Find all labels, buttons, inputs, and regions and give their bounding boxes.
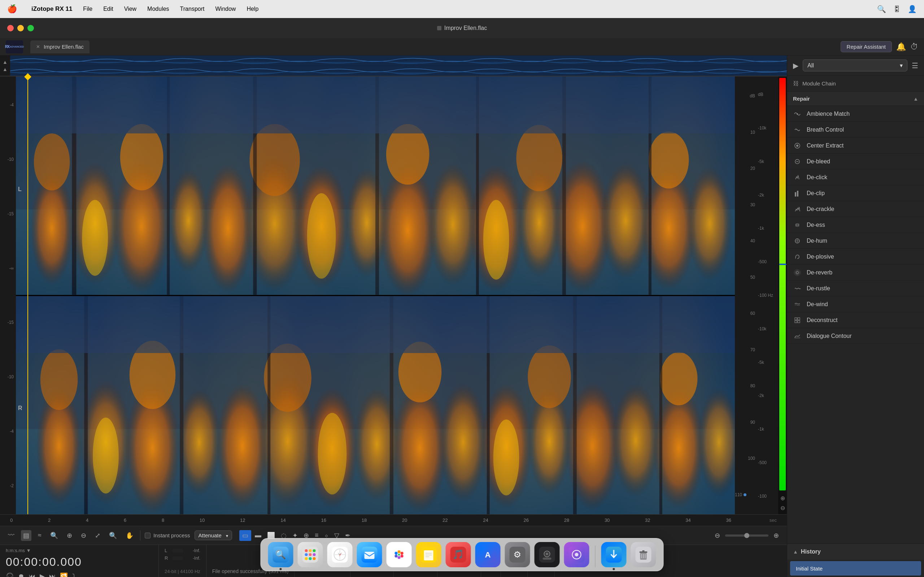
module-de-wind[interactable]: De-wind: [787, 297, 924, 312]
select-tool[interactable]: ▤: [21, 530, 31, 541]
time-6: 6: [124, 517, 126, 523]
time-20: 20: [402, 517, 407, 523]
dock-music[interactable]: 🎵: [446, 542, 471, 567]
zoom-slider-thumb[interactable]: [744, 533, 749, 538]
transport-controls: 🎧 ⏺ ⏮ ▶ ⏭ 🔁 ⤵: [6, 572, 153, 577]
menu-transport[interactable]: Transport: [180, 6, 205, 12]
initial-state-item[interactable]: Initial State: [790, 561, 921, 575]
module-deconstruct[interactable]: Deconstruct: [787, 312, 924, 328]
menu-view[interactable]: View: [124, 6, 136, 12]
svg-rect-37: [16, 76, 735, 134]
minimize-button[interactable]: [17, 25, 24, 31]
dock-finder[interactable]: 🔍: [268, 542, 294, 567]
loop-btn[interactable]: 🔁: [60, 572, 68, 577]
module-de-crackle[interactable]: De-crackle: [787, 201, 924, 217]
zoom-out-small[interactable]: ⊖: [712, 530, 722, 541]
dock-photos[interactable]: [386, 542, 412, 567]
next-btn[interactable]: ⏭: [49, 573, 56, 577]
search-tool[interactable]: 🔍: [107, 530, 119, 541]
module-de-ess[interactable]: De-ess: [787, 217, 924, 233]
time-format-arrow[interactable]: ▼: [26, 548, 31, 553]
time-select[interactable]: ≈: [36, 530, 44, 541]
panel-play-btn[interactable]: ▶: [793, 61, 798, 70]
prev-btn[interactable]: ⏮: [29, 573, 36, 577]
module-de-click[interactable]: De-click: [787, 169, 924, 185]
vu-meter-bar: [779, 78, 786, 490]
filter-dropdown[interactable]: All ▾: [803, 60, 908, 71]
headphones-btn[interactable]: 🎧: [6, 572, 14, 577]
metronome-icon[interactable]: ⏱: [910, 42, 918, 52]
module-dialogue-contour[interactable]: Dialogue Contour: [787, 328, 924, 344]
tab-file[interactable]: ✕ Improv Ellen.flac: [30, 40, 89, 53]
zoom-in-small[interactable]: ⊕: [771, 530, 781, 541]
apple-menu[interactable]: 🍎: [7, 4, 17, 14]
notifications-icon[interactable]: 🔔: [896, 42, 906, 52]
inpoint-btn[interactable]: ⤵: [72, 573, 76, 577]
waveform-icon[interactable]: 〰: [6, 530, 16, 541]
svg-point-95: [309, 549, 312, 552]
module-de-reverb[interactable]: De-reverb: [787, 265, 924, 280]
zoom-in-icon[interactable]: ⊕: [780, 495, 785, 501]
user-icon[interactable]: 👤: [908, 5, 917, 13]
center-extract-label: Center Extract: [807, 142, 843, 149]
repair-section[interactable]: Repair ▲: [787, 92, 924, 106]
zoom-out-tool[interactable]: ⊖: [79, 530, 89, 541]
collapse-btn-1[interactable]: ▲: [3, 60, 8, 64]
collapse-btn-2[interactable]: ▲: [3, 67, 8, 72]
menu-help[interactable]: Help: [247, 6, 258, 12]
module-breath-control[interactable]: Breath Control: [787, 122, 924, 138]
module-de-clip[interactable]: De-clip: [787, 185, 924, 201]
module-center-extract[interactable]: Center Extract: [787, 138, 924, 154]
zoom-tool[interactable]: 🔍: [48, 530, 60, 541]
module-ambience-match[interactable]: Ambience Match: [787, 106, 924, 122]
zoom-slider[interactable]: [725, 534, 769, 537]
zoom-fit[interactable]: ⤢: [93, 530, 102, 541]
close-button[interactable]: [7, 25, 14, 31]
module-de-rustle[interactable]: De-rustle: [787, 280, 924, 297]
tab-close-icon[interactable]: ✕: [36, 44, 40, 49]
dock-camo[interactable]: [535, 542, 560, 567]
menu-modules[interactable]: Modules: [147, 6, 169, 12]
svg-rect-79: [797, 191, 798, 197]
search-icon[interactable]: 🔍: [877, 5, 886, 13]
spectrogram-channels[interactable]: L R: [16, 76, 735, 514]
instant-process-checkbox[interactable]: [145, 533, 150, 538]
menu-edit[interactable]: Edit: [103, 6, 113, 12]
zoom-in-tool[interactable]: ⊕: [65, 530, 74, 541]
dock-scrubber[interactable]: [564, 542, 590, 567]
dock-installer[interactable]: [601, 542, 627, 567]
rect-select[interactable]: ▭: [239, 530, 251, 541]
svg-point-118: [398, 554, 400, 556]
dock-mail[interactable]: [357, 542, 382, 567]
right-axis: dB 10 20 30 40 50 60 70 80 90 100 110: [735, 76, 778, 514]
repair-assistant-button[interactable]: Repair Assistant: [841, 41, 892, 52]
hand-tool[interactable]: ✋: [123, 530, 136, 541]
dock-sysprefs[interactable]: ⚙: [505, 542, 530, 567]
overview-display[interactable]: [10, 56, 787, 76]
module-de-bleed[interactable]: De-bleed: [787, 154, 924, 169]
maximize-button[interactable]: [27, 25, 34, 31]
svg-rect-133: [543, 558, 551, 560]
dock-safari[interactable]: [327, 542, 353, 567]
module-de-plosive[interactable]: De-plosive: [787, 249, 924, 265]
module-de-hum[interactable]: De-hum: [787, 233, 924, 249]
menu-window[interactable]: Window: [215, 6, 236, 12]
dock-launchpad[interactable]: [298, 542, 323, 567]
svg-point-113: [401, 552, 404, 554]
play-btn[interactable]: ▶: [40, 572, 45, 577]
control-center-icon[interactable]: 🎛: [893, 5, 901, 13]
de-ess-icon: [793, 221, 802, 229]
svg-rect-141: [643, 550, 645, 552]
record-btn[interactable]: ⏺: [18, 573, 24, 577]
ambience-match-label: Ambience Match: [807, 111, 850, 117]
zoom-out-icon[interactable]: ⊖: [780, 504, 785, 511]
dock-trash[interactable]: [631, 542, 656, 567]
menu-file[interactable]: File: [83, 6, 92, 12]
dock-appstore[interactable]: A: [475, 542, 501, 567]
history-header[interactable]: ▲ History: [787, 544, 924, 560]
freq-select[interactable]: ▬: [253, 530, 263, 541]
svg-point-132: [546, 553, 549, 555]
panel-menu-btn[interactable]: ☰: [912, 61, 918, 70]
dock-notes[interactable]: [416, 542, 441, 567]
attenuate-dropdown[interactable]: Attenuate ▾: [195, 530, 232, 540]
